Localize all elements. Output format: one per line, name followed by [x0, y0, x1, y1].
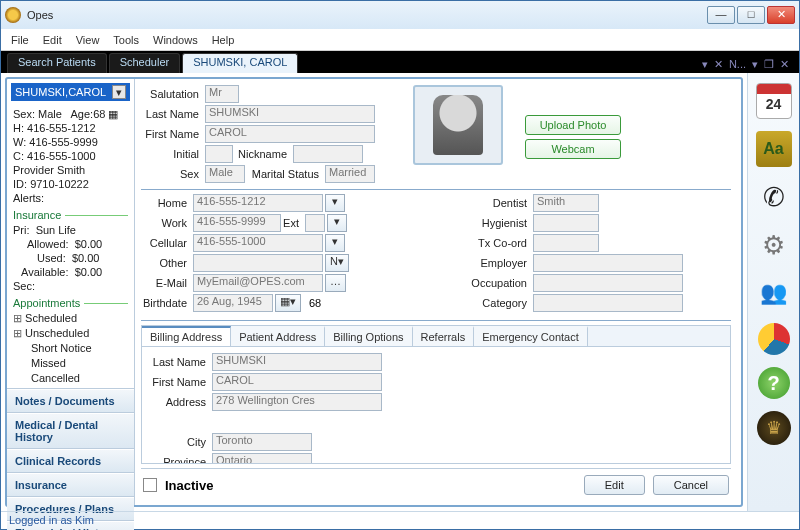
tree-short-notice[interactable]: Short Notice: [13, 341, 128, 356]
home-phone-field[interactable]: 416-555-1212: [193, 194, 323, 212]
employer-field[interactable]: [533, 254, 683, 272]
age-value: 68: [309, 297, 321, 309]
tab-referrals[interactable]: Referrals: [413, 326, 475, 346]
age-menu-icon[interactable]: ▦: [108, 108, 118, 120]
main-pane: SalutationMr Last NameSHUMSKI First Name…: [135, 79, 741, 505]
menubar: File Edit View Tools Windows Help: [1, 29, 799, 51]
tab-search-patients[interactable]: Search Patients: [7, 53, 107, 73]
dropdown-icon[interactable]: ▾: [112, 85, 126, 99]
ext-field[interactable]: [305, 214, 325, 232]
titlebar: Opes — □ ✕: [1, 1, 799, 29]
salutation-label: Salutation: [141, 88, 205, 100]
phone-icon[interactable]: ✆: [756, 179, 792, 215]
other-n-button[interactable]: N▾: [325, 254, 349, 272]
close-button[interactable]: ✕: [767, 6, 795, 24]
menu-help[interactable]: Help: [212, 34, 235, 46]
calendar-icon[interactable]: ▦▾: [275, 294, 301, 312]
webcam-button[interactable]: Webcam: [525, 139, 621, 159]
people-icon[interactable]: 👥: [756, 275, 792, 311]
work-phone-field[interactable]: 416-555-9999: [193, 214, 281, 232]
appointments-tree: Scheduled Unscheduled Short Notice Misse…: [7, 309, 134, 388]
sidepanel-nub[interactable]: N...: [729, 58, 746, 71]
addr-lastname-field[interactable]: SHUMSKI: [212, 353, 382, 371]
category-field[interactable]: [533, 294, 683, 312]
email-more-button[interactable]: …: [325, 274, 346, 292]
txcoord-field[interactable]: [533, 234, 599, 252]
tab-billing-options[interactable]: Billing Options: [325, 326, 412, 346]
marital-field[interactable]: Married: [325, 165, 375, 183]
tab-close-icon[interactable]: ✕: [714, 58, 723, 71]
upload-photo-button[interactable]: Upload Photo: [525, 115, 621, 135]
gear-icon[interactable]: ⚙: [756, 227, 792, 263]
tab-emergency-contact[interactable]: Emergency Contact: [474, 326, 588, 346]
insurance-header: Insurance: [7, 209, 134, 221]
menu-edit[interactable]: Edit: [43, 34, 62, 46]
tree-cancelled[interactable]: Cancelled: [13, 371, 128, 386]
inactive-label: Inactive: [165, 478, 213, 493]
left-accordion: Notes / Documents Medical / Dental Histo…: [7, 388, 134, 530]
menu-tools[interactable]: Tools: [113, 34, 139, 46]
font-icon[interactable]: Aa: [756, 131, 792, 167]
calendar-icon[interactable]: 24: [756, 83, 792, 119]
patient-selector[interactable]: SHUMSKI,CAROL ▾: [11, 83, 130, 101]
acc-medical[interactable]: Medical / Dental History: [7, 413, 134, 449]
addr-city-field[interactable]: Toronto: [212, 433, 312, 451]
sidepanel-min-icon[interactable]: ▾: [752, 58, 758, 71]
tab-billing-address[interactable]: Billing Address: [142, 326, 231, 346]
chart-icon[interactable]: [758, 323, 790, 355]
cell-dd-icon[interactable]: ▾: [325, 234, 345, 252]
lastname-field[interactable]: SHUMSKI: [205, 105, 375, 123]
work-dd-icon[interactable]: ▾: [327, 214, 347, 232]
email-field[interactable]: MyEmail@OPES.com: [193, 274, 323, 292]
cancel-button[interactable]: Cancel: [653, 475, 729, 495]
tab-dropdown-icon[interactable]: ▾: [702, 58, 708, 71]
birthdate-field[interactable]: 26 Aug, 1945: [193, 294, 273, 312]
firstname-label: First Name: [141, 128, 205, 140]
patient-photo: [413, 85, 503, 165]
sidepanel-close-icon[interactable]: ✕: [780, 58, 789, 71]
marital-label: Marital Status: [245, 168, 325, 180]
menu-file[interactable]: File: [11, 34, 29, 46]
minimize-button[interactable]: —: [707, 6, 735, 24]
tree-missed[interactable]: Missed: [13, 356, 128, 371]
lion-icon[interactable]: ♛: [757, 411, 791, 445]
lastname-label: Last Name: [141, 108, 205, 120]
edit-button[interactable]: Edit: [584, 475, 645, 495]
left-pane: SHUMSKI,CAROL ▾ Sex: Male Age:68 ▦ H: 41…: [7, 79, 135, 505]
sidepanel-restore-icon[interactable]: ❐: [764, 58, 774, 71]
patient-summary: Sex: Male Age:68 ▦ H: 416-555-1212 W: 41…: [7, 105, 134, 207]
tab-patient-address[interactable]: Patient Address: [231, 326, 325, 346]
tree-unscheduled[interactable]: Unscheduled: [13, 326, 128, 341]
occupation-field[interactable]: [533, 274, 683, 292]
cell-phone-field[interactable]: 416-555-1000: [193, 234, 323, 252]
menu-windows[interactable]: Windows: [153, 34, 198, 46]
avatar-placeholder-icon: [433, 95, 483, 155]
salutation-field[interactable]: Mr: [205, 85, 239, 103]
tree-scheduled[interactable]: Scheduled: [13, 311, 128, 326]
tab-scheduler[interactable]: Scheduler: [109, 53, 181, 73]
home-dd-icon[interactable]: ▾: [325, 194, 345, 212]
nickname-field[interactable]: [293, 145, 363, 163]
menu-view[interactable]: View: [76, 34, 100, 46]
help-icon[interactable]: ?: [758, 367, 790, 399]
document-tabbar: Search Patients Scheduler SHUMSKI, CAROL…: [1, 51, 799, 73]
firstname-field[interactable]: CAROL: [205, 125, 375, 143]
acc-clinical[interactable]: Clinical Records: [7, 449, 134, 473]
dentist-field[interactable]: Smith: [533, 194, 599, 212]
initial-field[interactable]: [205, 145, 233, 163]
acc-insurance[interactable]: Insurance: [7, 473, 134, 497]
maximize-button[interactable]: □: [737, 6, 765, 24]
addr-firstname-field[interactable]: CAROL: [212, 373, 382, 391]
addr-address-field[interactable]: 278 Wellington Cres: [212, 393, 382, 411]
app-icon: [5, 7, 21, 23]
address-tabs: Billing Address Patient Address Billing …: [141, 325, 731, 464]
right-iconbar: 24 Aa ✆ ⚙ 👥 ? ♛: [747, 73, 799, 511]
sex-field[interactable]: Male: [205, 165, 245, 183]
addr-province-field[interactable]: Ontario: [212, 453, 312, 463]
other-phone-field[interactable]: [193, 254, 323, 272]
nickname-label: Nickname: [233, 148, 293, 160]
tab-patient[interactable]: SHUMSKI, CAROL: [182, 53, 298, 73]
hygienist-field[interactable]: [533, 214, 599, 232]
acc-notes[interactable]: Notes / Documents: [7, 389, 134, 413]
inactive-checkbox[interactable]: [143, 478, 157, 492]
